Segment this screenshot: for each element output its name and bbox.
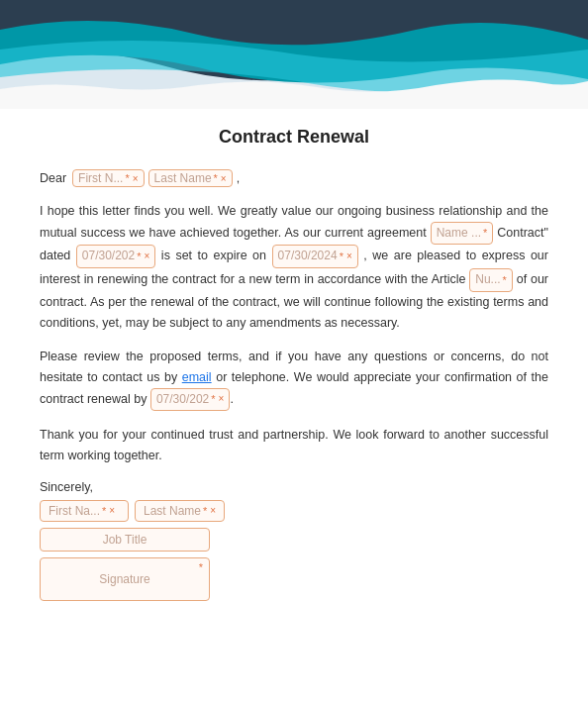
- page: Contract Renewal Dear First N... * × Las…: [0, 0, 588, 703]
- contract-name-required: *: [483, 224, 487, 242]
- signature-field[interactable]: Signature *: [40, 557, 210, 601]
- sincerely-last-name-field[interactable]: Last Name * ×: [135, 500, 225, 522]
- date2-close-icon[interactable]: ×: [346, 249, 352, 265]
- content: Contract Renewal Dear First N... * × Las…: [0, 109, 588, 625]
- last-name-field[interactable]: Last Name * ×: [148, 169, 233, 187]
- sincerely-section: Sincerely, First Na... * × Last Name * ×…: [40, 480, 548, 601]
- date3-close-icon[interactable]: ×: [219, 391, 225, 408]
- date3-field[interactable]: 07/30/202 * ×: [150, 388, 231, 412]
- job-title-field[interactable]: Job Title: [40, 528, 210, 552]
- paragraph-1: I hope this letter finds you well. We gr…: [40, 201, 548, 333]
- signature-required: *: [199, 561, 203, 573]
- header-area: [0, 0, 588, 109]
- dear-label: Dear: [40, 171, 66, 185]
- contract-name-field[interactable]: Name ... *: [431, 222, 494, 246]
- para2-period: .: [230, 392, 233, 406]
- para1-expiry: is set to expire on: [161, 250, 266, 263]
- signature-placeholder: Signature: [99, 572, 149, 586]
- sincerely-name-row: First Na... * × Last Name * ×: [40, 500, 548, 522]
- dear-line: Dear First N... * × Last Name * × ,: [40, 169, 548, 187]
- dear-comma: ,: [237, 171, 240, 185]
- article-field[interactable]: Nu... *: [469, 268, 513, 292]
- date2-required: *: [340, 248, 343, 265]
- date3-required: *: [211, 390, 215, 408]
- para3-text: Thank you for your continued trust and p…: [40, 428, 548, 462]
- first-name-field[interactable]: First N... * ×: [72, 169, 144, 187]
- sincerely-first-close-icon[interactable]: ×: [109, 505, 115, 516]
- email-link[interactable]: email: [182, 370, 212, 384]
- sincerely-first-name-field[interactable]: First Na... * ×: [40, 500, 129, 522]
- sincerely-last-required: *: [203, 505, 207, 517]
- date1-required: *: [137, 248, 141, 265]
- last-name-close-icon[interactable]: ×: [221, 173, 227, 184]
- sincerely-first-required: *: [102, 505, 106, 517]
- paragraph-3: Thank you for your continued trust and p…: [40, 425, 548, 465]
- date1-field[interactable]: 07/30/202 * ×: [76, 245, 156, 268]
- para1-contract: Contract": [493, 226, 548, 240]
- document-title: Contract Renewal: [40, 127, 548, 148]
- sincerely-label: Sincerely,: [40, 480, 548, 494]
- date2-field[interactable]: 07/30/2024 * ×: [272, 245, 358, 268]
- first-name-required: *: [125, 172, 129, 184]
- article-required: *: [503, 271, 507, 289]
- date1-close-icon[interactable]: ×: [144, 249, 149, 265]
- first-name-close-icon[interactable]: ×: [133, 173, 139, 184]
- sincerely-last-close-icon[interactable]: ×: [210, 505, 216, 516]
- last-name-required: *: [214, 172, 218, 184]
- paragraph-2: Please review the proposed terms, and if…: [40, 347, 548, 411]
- para1-dated: dated: [40, 250, 70, 263]
